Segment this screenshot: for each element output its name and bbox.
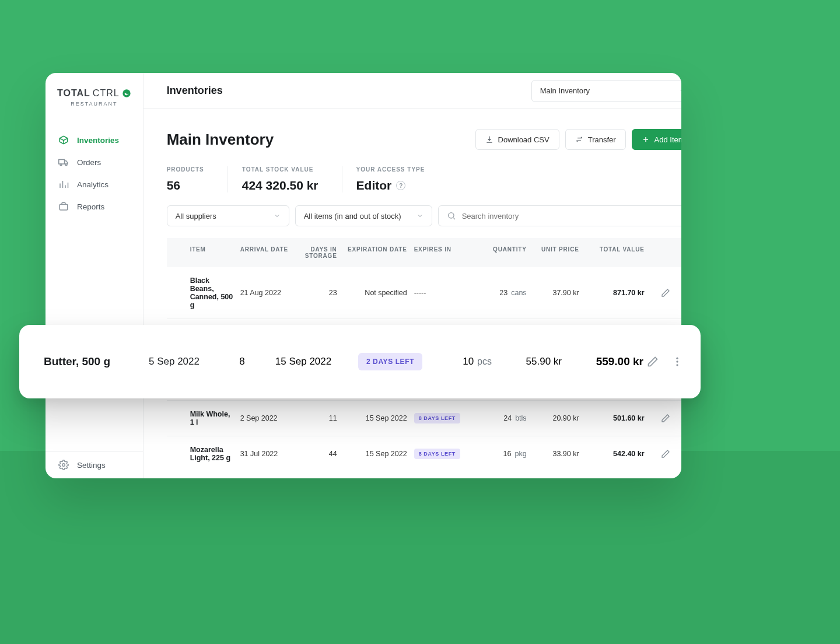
transfer-label: Transfer [588, 135, 616, 144]
main-area: Inventories Main Inventory Main Inventor… [144, 73, 681, 478]
help-icon[interactable]: ? [396, 181, 405, 190]
brand-logo: TOTALCTRL RESTAURANT [46, 73, 143, 113]
cell-qty: 10 [463, 356, 474, 367]
transfer-icon [575, 135, 583, 144]
more-icon[interactable] [680, 414, 681, 423]
add-item-label: Add Item [654, 135, 681, 144]
cell-price: 55.90 kr [492, 356, 562, 368]
svg-point-2 [60, 164, 62, 166]
transfer-button[interactable]: Transfer [565, 129, 626, 150]
gear-icon [58, 460, 69, 470]
sidebar-item-reports[interactable]: Reports [50, 195, 138, 218]
stat-access: YOUR ACCESS TYPE Editor ? [342, 166, 449, 192]
cell-unit: cans [511, 289, 526, 297]
chevron-down-icon [274, 212, 281, 219]
table-row[interactable]: Black Beans, Canned, 500 g 21 Aug 2022 2… [167, 267, 681, 319]
svg-point-18 [676, 364, 678, 366]
top-bar: Inventories Main Inventory [144, 73, 681, 109]
cell-days: 23 [295, 289, 341, 297]
sidebar-item-analytics[interactable]: Analytics [50, 173, 138, 195]
edit-icon[interactable] [661, 414, 670, 423]
sidebar-item-label: Inventories [77, 136, 119, 145]
col-total: TOTAL VALUE [583, 246, 648, 253]
stat-label: PRODUCTS [167, 166, 204, 173]
settings-label: Settings [77, 461, 106, 470]
cell-price: 33.90 kr [530, 450, 583, 458]
stat-value: 56 [167, 178, 204, 192]
inventory-select-value: Main Inventory [540, 86, 590, 95]
briefcase-icon [58, 201, 69, 212]
cell-qty: 24 [503, 414, 512, 422]
sidebar-item-orders[interactable]: Orders [50, 151, 138, 173]
cell-total: 501.60 kr [583, 414, 648, 422]
cell-total: 559.00 kr [562, 355, 643, 368]
cell-qty: 16 [503, 450, 512, 458]
filters-row: All suppliers All items (in and out of s… [167, 205, 681, 226]
truck-icon [58, 157, 69, 167]
stat-stock-value: TOTAL STOCK VALUE 424 320.50 kr [228, 166, 342, 192]
supplier-filter[interactable]: All suppliers [167, 205, 289, 226]
page-actions: Download CSV Transfer Add Item [475, 129, 681, 150]
download-csv-label: Download CSV [498, 135, 550, 144]
sidebar-item-label: Orders [77, 158, 101, 167]
col-arrival: ARRIVAL DATE [237, 246, 295, 253]
search-input[interactable] [462, 212, 681, 220]
sidebar-item-settings[interactable]: Settings [46, 451, 143, 478]
cell-item: Butter, 500 g [44, 355, 149, 368]
stat-label: TOTAL STOCK VALUE [242, 166, 318, 173]
cell-total: 871.70 kr [583, 289, 648, 297]
brand-swirl-icon [122, 89, 131, 98]
stock-filter[interactable]: All items (in and out of stock) [295, 205, 432, 226]
cell-item: Milk Whole, 1 l [167, 410, 237, 426]
sidebar-item-label: Analytics [77, 180, 108, 189]
stat-value: Editor [356, 178, 392, 192]
cell-days: 11 [295, 414, 341, 422]
chevron-down-icon [679, 88, 681, 94]
plus-icon [642, 135, 650, 144]
edit-icon[interactable] [661, 449, 670, 459]
expires-badge: 8 DAYS LEFT [414, 413, 460, 424]
svg-point-5 [62, 464, 65, 467]
col-quantity: QUANTITY [466, 246, 530, 253]
cell-expiration: 15 Sep 2022 [260, 356, 347, 368]
featured-row-card[interactable]: Butter, 500 g 5 Sep 2022 8 15 Sep 2022 2… [19, 325, 701, 398]
cell-unit: btls [515, 414, 526, 422]
stats-row: PRODUCTS 56 TOTAL STOCK VALUE 424 320.50… [167, 166, 681, 192]
table-row[interactable]: Mozarella Light, 225 g 31 Jul 2022 44 15… [167, 436, 681, 471]
page-title: Main Inventory [167, 131, 274, 149]
box-icon [58, 135, 69, 145]
sidebar-item-label: Reports [77, 202, 104, 211]
sidebar: TOTALCTRL RESTAURANT Inventories Orders … [46, 73, 144, 478]
svg-rect-4 [60, 204, 68, 210]
cell-item: Mozarella Light, 225 g [167, 446, 237, 462]
expires-badge: 8 DAYS LEFT [414, 449, 460, 459]
search-icon [447, 211, 456, 220]
svg-point-6 [448, 213, 453, 218]
cell-item: Black Beans, Canned, 500 g [167, 276, 237, 309]
more-icon[interactable] [680, 288, 681, 298]
col-expiration: EXPIRATION DATE [341, 246, 411, 253]
expires-badge: 2 DAYS LEFT [358, 353, 422, 370]
svg-point-16 [676, 358, 678, 359]
supplier-filter-value: All suppliers [176, 212, 216, 220]
cell-total: 542.40 kr [583, 450, 648, 458]
add-item-button[interactable]: Add Item [632, 129, 681, 150]
cell-qty: 23 [499, 289, 508, 297]
edit-icon[interactable] [647, 356, 659, 368]
sidebar-item-inventories[interactable]: Inventories [50, 129, 138, 151]
stat-label: YOUR ACCESS TYPE [356, 166, 425, 173]
edit-icon[interactable] [661, 288, 670, 298]
more-icon[interactable] [680, 449, 681, 459]
chevron-down-icon [416, 212, 424, 219]
download-csv-button[interactable]: Download CSV [475, 129, 559, 150]
content: Main Inventory Download CSV Transfer Add… [144, 109, 681, 471]
inventory-select[interactable]: Main Inventory [531, 80, 681, 102]
cell-days: 44 [295, 450, 341, 458]
col-unit-price: UNIT PRICE [530, 246, 583, 253]
more-icon[interactable] [671, 356, 683, 368]
table-row[interactable]: Milk Whole, 1 l 2 Sep 2022 11 15 Sep 202… [167, 401, 681, 436]
svg-rect-1 [59, 160, 65, 164]
download-icon [485, 135, 494, 144]
cell-arrival: 31 Jul 2022 [237, 450, 295, 458]
search-field[interactable] [438, 205, 681, 226]
